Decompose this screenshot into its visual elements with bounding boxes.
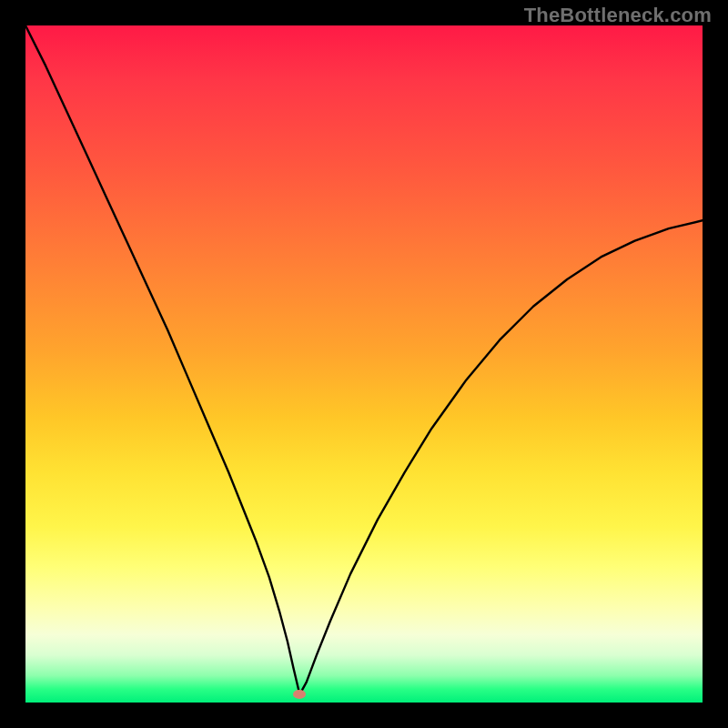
- bottleneck-curve: [25, 25, 703, 703]
- minimum-marker-dot: [293, 690, 306, 699]
- chart-frame: TheBottleneck.com: [0, 0, 728, 728]
- watermark-text: TheBottleneck.com: [524, 4, 712, 27]
- chart-plot-area: [25, 25, 703, 703]
